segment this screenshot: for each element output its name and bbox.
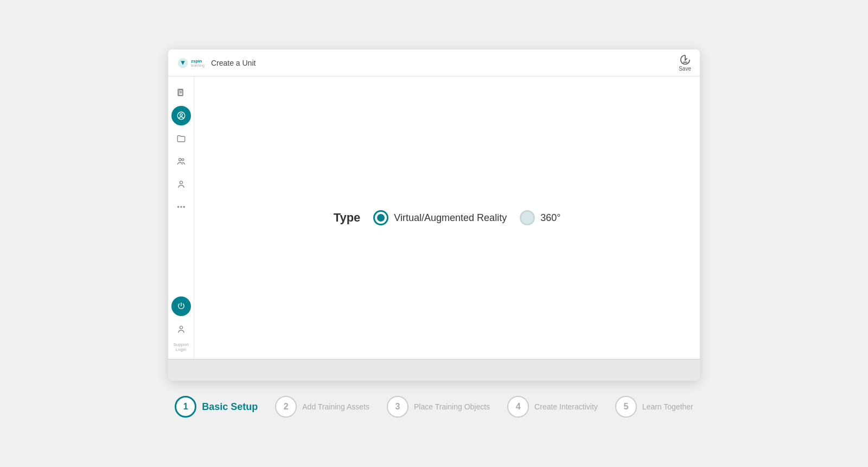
svg-point-13 bbox=[183, 206, 184, 207]
step-4-label: Create Interactivity bbox=[534, 402, 598, 411]
step-3-circle: 3 bbox=[387, 396, 409, 418]
sidebar-bottom: Support Login bbox=[171, 296, 191, 352]
body: Support Login Type Virtual/Augmented Rea… bbox=[168, 77, 700, 359]
sidebar-item-users-circle[interactable] bbox=[171, 106, 191, 125]
step-5[interactable]: 5 Learn Together bbox=[615, 396, 693, 418]
step-3[interactable]: 3 Place Training Objects bbox=[387, 396, 490, 418]
sidebar-item-pages[interactable] bbox=[171, 83, 191, 103]
more-icon bbox=[176, 202, 186, 212]
folder-icon bbox=[176, 134, 186, 143]
page-title: Create a Unit bbox=[211, 59, 256, 67]
person-icon bbox=[176, 179, 186, 189]
logo-icon bbox=[177, 57, 189, 69]
sidebar-item-user-support[interactable] bbox=[171, 319, 191, 339]
option-vr[interactable]: Virtual/Augmented Reality bbox=[373, 210, 507, 225]
step-4-circle: 4 bbox=[507, 396, 529, 418]
main-content: Type Virtual/Augmented Reality 360° bbox=[194, 77, 700, 359]
svg-point-14 bbox=[180, 326, 182, 329]
header: zspin learning Create a Unit Save bbox=[168, 49, 700, 77]
people-icon bbox=[176, 156, 186, 166]
stepper: 1 Basic Setup 2 Add Training Assets 3 Pl… bbox=[175, 396, 693, 418]
power-icon bbox=[176, 301, 186, 311]
svg-point-10 bbox=[180, 181, 182, 184]
sidebar-item-more[interactable] bbox=[171, 197, 191, 217]
header-left: zspin learning Create a Unit bbox=[177, 57, 256, 69]
bottom-strip bbox=[168, 359, 700, 381]
svg-point-11 bbox=[177, 206, 178, 207]
type-label: Type bbox=[334, 211, 361, 225]
save-label: Save bbox=[679, 66, 691, 72]
save-button[interactable]: Save bbox=[679, 54, 691, 72]
step-5-label: Learn Together bbox=[642, 402, 693, 411]
radio-vr[interactable] bbox=[373, 210, 388, 225]
support-label: Support Login bbox=[173, 342, 188, 352]
step-5-circle: 5 bbox=[615, 396, 637, 418]
step-1-label: Basic Setup bbox=[202, 401, 258, 413]
logo: zspin learning bbox=[177, 57, 205, 69]
step-2-circle: 2 bbox=[275, 396, 297, 418]
option-360[interactable]: 360° bbox=[520, 210, 560, 225]
type-selector: Type Virtual/Augmented Reality 360° bbox=[334, 210, 561, 225]
radio-360[interactable] bbox=[520, 210, 535, 225]
sidebar: Support Login bbox=[168, 77, 194, 359]
step-2-label: Add Training Assets bbox=[302, 402, 369, 411]
step-1-circle: 1 bbox=[175, 396, 196, 418]
svg-point-7 bbox=[180, 113, 182, 116]
option-vr-label: Virtual/Augmented Reality bbox=[394, 212, 507, 224]
user-support-icon bbox=[176, 324, 186, 334]
step-4[interactable]: 4 Create Interactivity bbox=[507, 396, 598, 418]
option-360-label: 360° bbox=[540, 212, 560, 224]
pages-icon bbox=[176, 88, 186, 98]
sidebar-item-group1[interactable] bbox=[171, 152, 191, 171]
main-window: zspin learning Create a Unit Save bbox=[168, 49, 700, 381]
users-circle-icon bbox=[176, 111, 186, 121]
svg-point-9 bbox=[182, 159, 184, 161]
logo-text: zspin learning bbox=[191, 59, 205, 67]
sidebar-item-person[interactable] bbox=[171, 174, 191, 194]
svg-point-12 bbox=[181, 206, 182, 207]
svg-point-8 bbox=[178, 159, 181, 161]
step-1[interactable]: 1 Basic Setup bbox=[175, 396, 258, 418]
step-3-label: Place Training Objects bbox=[414, 402, 490, 411]
step-2[interactable]: 2 Add Training Assets bbox=[275, 396, 369, 418]
sidebar-item-power[interactable] bbox=[171, 296, 191, 316]
sidebar-item-folder[interactable] bbox=[171, 129, 191, 148]
save-icon bbox=[679, 54, 691, 66]
